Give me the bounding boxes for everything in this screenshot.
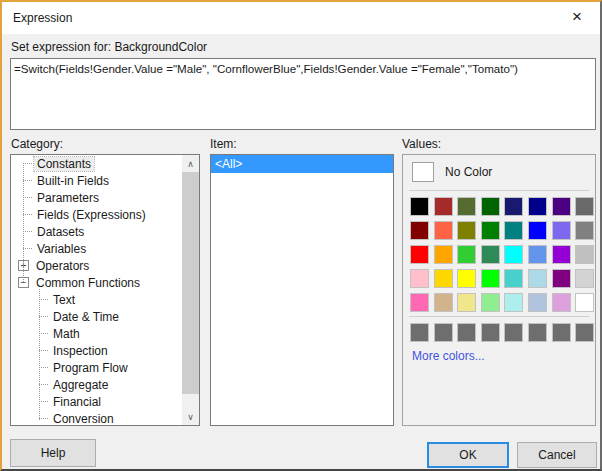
custom-color-swatch[interactable] [457, 323, 476, 342]
color-swatch[interactable] [575, 245, 594, 264]
category-tree: ConstantsBuilt-in FieldsParametersFields… [11, 155, 182, 425]
color-swatch[interactable] [575, 221, 594, 240]
color-swatch[interactable] [528, 245, 547, 264]
category-label: Category: [11, 137, 63, 151]
no-color-option[interactable]: No Color [412, 162, 492, 182]
color-swatch[interactable] [457, 293, 476, 312]
tree-connector-dash [39, 401, 48, 402]
custom-color-swatch[interactable] [434, 323, 453, 342]
color-swatch[interactable] [481, 221, 500, 240]
tree-connector-dash [39, 384, 48, 385]
custom-color-swatch[interactable] [552, 323, 571, 342]
tree-item-constants[interactable]: Constants [11, 155, 182, 172]
custom-color-swatch[interactable] [410, 323, 429, 342]
color-swatch[interactable] [457, 197, 476, 216]
tree-item-label: Inspection [50, 344, 111, 358]
tree-connector-line [23, 163, 24, 282]
custom-color-swatch[interactable] [504, 323, 523, 342]
scrollbar-thumb[interactable] [182, 172, 199, 394]
tree-item-datasets[interactable]: Datasets [11, 223, 182, 240]
color-swatch[interactable] [481, 269, 500, 288]
scroll-down-icon[interactable]: ∨ [182, 408, 199, 425]
category-scrollbar[interactable]: ∧ ∨ [182, 155, 199, 425]
custom-color-swatch[interactable] [575, 323, 594, 342]
tree-item-aggregate[interactable]: Aggregate [11, 376, 182, 393]
tree-item-inspection[interactable]: Inspection [11, 342, 182, 359]
color-swatch[interactable] [434, 269, 453, 288]
color-swatch[interactable] [528, 293, 547, 312]
tree-item-label: Operators [33, 259, 92, 273]
no-color-swatch[interactable] [412, 162, 434, 182]
color-swatch[interactable] [575, 293, 594, 312]
color-swatch[interactable] [410, 221, 429, 240]
divider [409, 190, 589, 191]
color-swatch[interactable] [434, 293, 453, 312]
expression-input[interactable]: =Switch(Fields!Gender.Value ="Male", "Co… [10, 58, 596, 130]
color-swatch[interactable] [434, 221, 453, 240]
tree-item-label: Common Functions [33, 276, 143, 290]
item-label: Item: [210, 137, 237, 151]
tree-item-math[interactable]: Math [11, 325, 182, 342]
palette-row [410, 293, 599, 312]
color-swatch[interactable] [575, 197, 594, 216]
tree-item-program-flow[interactable]: Program Flow [11, 359, 182, 376]
tree-item-financial[interactable]: Financial [11, 393, 182, 410]
tree-item-conversion[interactable]: Conversion [11, 410, 182, 425]
custom-color-swatch[interactable] [481, 323, 500, 342]
color-swatch[interactable] [457, 269, 476, 288]
color-swatch[interactable] [481, 245, 500, 264]
color-swatch[interactable] [504, 293, 523, 312]
color-swatch[interactable] [410, 269, 429, 288]
ok-button[interactable]: OK [427, 442, 509, 468]
tree-item-fields-expressions[interactable]: Fields (Expressions) [11, 206, 182, 223]
tree-item-text[interactable]: Text [11, 291, 182, 308]
tree-item-common-functions[interactable]: −Common Functions [11, 274, 182, 291]
tree-item-built-in-fields[interactable]: Built-in Fields [11, 172, 182, 189]
color-swatch[interactable] [552, 197, 571, 216]
values-label: Values: [402, 137, 441, 151]
color-swatch[interactable] [410, 293, 429, 312]
color-swatch[interactable] [552, 245, 571, 264]
color-swatch[interactable] [504, 269, 523, 288]
tree-connector-dash [23, 180, 32, 181]
color-swatch[interactable] [434, 197, 453, 216]
color-swatch[interactable] [481, 197, 500, 216]
no-color-label: No Color [445, 165, 492, 179]
color-swatch[interactable] [410, 197, 429, 216]
tree-item-date-time[interactable]: Date & Time [11, 308, 182, 325]
color-swatch[interactable] [552, 269, 571, 288]
color-swatch[interactable] [528, 197, 547, 216]
close-icon[interactable]: × [560, 2, 594, 32]
scroll-up-icon[interactable]: ∧ [182, 155, 199, 172]
color-swatch[interactable] [528, 269, 547, 288]
palette-row [410, 245, 599, 264]
item-option-all[interactable]: <All> [211, 155, 393, 173]
tree-connector-dash [23, 248, 32, 249]
color-swatch[interactable] [504, 197, 523, 216]
color-swatch[interactable] [552, 221, 571, 240]
title-bar: Expression × [2, 2, 600, 34]
color-swatch[interactable] [457, 245, 476, 264]
color-swatch[interactable] [457, 221, 476, 240]
tree-connector-dash [23, 231, 32, 232]
color-swatch[interactable] [528, 221, 547, 240]
set-expression-for-label: Set expression for: BackgroundColor [11, 40, 207, 54]
color-swatch[interactable] [481, 293, 500, 312]
tree-item-label: Financial [50, 395, 104, 409]
tree-item-label: Built-in Fields [34, 174, 112, 188]
color-swatch[interactable] [504, 245, 523, 264]
more-colors-link[interactable]: More colors... [412, 349, 485, 363]
custom-color-swatch[interactable] [528, 323, 547, 342]
cancel-button[interactable]: Cancel [517, 442, 597, 468]
help-button[interactable]: Help [10, 439, 96, 467]
color-swatch[interactable] [434, 245, 453, 264]
tree-item-variables[interactable]: Variables [11, 240, 182, 257]
color-swatch[interactable] [410, 245, 429, 264]
tree-item-label: Constants [34, 157, 94, 171]
color-swatch[interactable] [552, 293, 571, 312]
color-swatch[interactable] [504, 221, 523, 240]
tree-item-operators[interactable]: +Operators [11, 257, 182, 274]
palette-row [410, 221, 599, 240]
color-swatch[interactable] [575, 269, 594, 288]
tree-item-parameters[interactable]: Parameters [11, 189, 182, 206]
